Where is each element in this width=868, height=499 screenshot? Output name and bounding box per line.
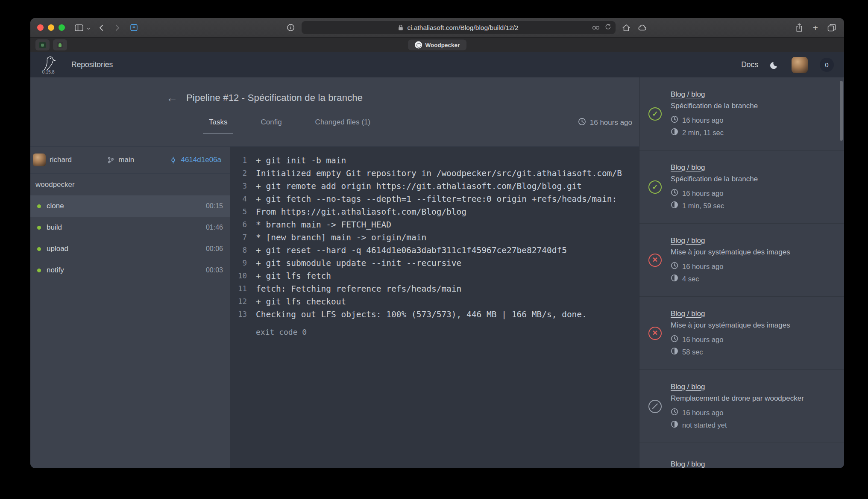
log-line-number: 7 bbox=[230, 233, 247, 242]
zoom-window-button[interactable] bbox=[59, 24, 65, 31]
user-avatar[interactable] bbox=[792, 57, 808, 73]
woodpecker-logo[interactable]: 0.15.8 bbox=[41, 55, 56, 74]
workflow-name: woodpecker bbox=[30, 174, 230, 195]
docs-link[interactable]: Docs bbox=[741, 60, 758, 69]
build-history-sidebar: Blog / blog Spécification de la branche … bbox=[639, 77, 844, 468]
build-repo-link[interactable]: Blog / blog bbox=[671, 460, 705, 468]
log-line-number: 5 bbox=[230, 207, 247, 216]
author: richard bbox=[33, 154, 72, 166]
notification-badge[interactable]: 0 bbox=[820, 58, 834, 72]
timer-icon bbox=[671, 201, 678, 210]
step-duration: 00:06 bbox=[206, 245, 223, 253]
branch: main bbox=[107, 156, 134, 164]
build-entry[interactable]: Blog / blog Mise à jour systématique des… bbox=[639, 224, 844, 297]
pipeline-step[interactable]: build 01:46 bbox=[30, 217, 230, 238]
step-name: upload bbox=[47, 245, 200, 253]
forward-button[interactable] bbox=[112, 22, 123, 34]
log-line-text: * [new branch] main -> origin/main bbox=[247, 233, 426, 242]
log-line: 12 + git lfs checkout bbox=[230, 295, 639, 308]
build-message: Spécification de la branche bbox=[671, 102, 838, 110]
woodpecker-app: 0.15.8 Repositories Docs 0 bbox=[30, 52, 844, 468]
build-message: Mise à jour systématique des images bbox=[671, 248, 838, 257]
build-repo-link[interactable]: Blog / blog bbox=[671, 383, 705, 391]
pinned-tab-1-favicon bbox=[39, 42, 46, 48]
log-line-text: * branch main -> FETCH_HEAD bbox=[247, 220, 391, 230]
browser-window: ci.athaliasoft.com/Blog/blog/build/12/2 bbox=[30, 18, 844, 468]
log-line-text: + git fetch --no-tags --depth=1 --filter… bbox=[247, 194, 617, 204]
log-line: 6 * branch main -> FETCH_HEAD bbox=[230, 218, 639, 231]
active-tab[interactable]: Woodpecker bbox=[408, 40, 467, 50]
log-line-text: Checking out LFS objects: 100% (573/573)… bbox=[247, 310, 587, 319]
step-list: clone 00:15 build 01:46 upload bbox=[30, 195, 230, 281]
build-entry[interactable]: Blog / blog Spécification de la branche … bbox=[639, 151, 844, 224]
pipeline-step[interactable]: clone 00:15 bbox=[30, 195, 230, 217]
home-icon[interactable] bbox=[621, 22, 632, 34]
build-repo-link[interactable]: Blog / blog bbox=[671, 163, 705, 171]
check-icon bbox=[652, 109, 658, 118]
close-window-button[interactable] bbox=[37, 24, 44, 31]
tab-overview-icon[interactable] bbox=[826, 22, 837, 34]
active-tab-title: Woodpecker bbox=[425, 42, 460, 48]
share-icon[interactable] bbox=[794, 22, 805, 34]
app-header: 0.15.8 Repositories Docs 0 bbox=[30, 52, 844, 77]
log-line: 13 Checking out LFS objects: 100% (573/5… bbox=[230, 308, 639, 321]
timer-icon bbox=[671, 128, 678, 137]
build-time: 16 hours ago bbox=[671, 189, 838, 198]
app-version: 0.15.8 bbox=[42, 69, 54, 74]
address-bar-icons bbox=[592, 24, 611, 32]
desktop-background: ci.athaliasoft.com/Blog/blog/build/12/2 bbox=[0, 0, 868, 499]
build-repo-link[interactable]: Blog / blog bbox=[671, 236, 705, 245]
clock-icon bbox=[671, 115, 678, 125]
commit-link[interactable]: 4614d1e06a bbox=[170, 156, 221, 164]
pinned-tab-2-favicon bbox=[57, 42, 63, 48]
address-bar[interactable]: ci.athaliasoft.com/Blog/blog/build/12/2 bbox=[302, 21, 616, 34]
privacy-report-icon[interactable] bbox=[285, 22, 296, 34]
build-entry[interactable]: Blog / blog Mise à jour systématique des… bbox=[639, 297, 844, 370]
cloud-icon[interactable] bbox=[637, 22, 648, 34]
chevron-down-icon[interactable] bbox=[86, 24, 91, 32]
lock-icon bbox=[398, 24, 403, 31]
build-entry[interactable]: Blog / blog Spécification de la branche … bbox=[639, 77, 844, 151]
log-line: 9 + git submodule update --init --recurs… bbox=[230, 257, 639, 269]
build-repo-link[interactable]: Blog / blog bbox=[671, 90, 705, 98]
step-duration: 01:46 bbox=[206, 224, 223, 231]
cross-icon bbox=[652, 328, 657, 338]
log-line: 3 + git remote add origin https://git.at… bbox=[230, 180, 639, 192]
back-arrow-icon[interactable] bbox=[166, 92, 178, 104]
cross-icon bbox=[652, 254, 657, 265]
start-page-icon[interactable] bbox=[128, 22, 139, 34]
build-entry[interactable]: Blog / blog bbox=[639, 443, 844, 468]
log-output: 1 + git init -b main 2 Initialized empty… bbox=[230, 147, 639, 468]
build-status-icon bbox=[648, 327, 662, 340]
clock-icon bbox=[671, 189, 678, 198]
minimize-window-button[interactable] bbox=[48, 24, 54, 31]
build-repo-link[interactable]: Blog / blog bbox=[671, 310, 705, 318]
pipeline-step[interactable]: upload 00:06 bbox=[30, 238, 230, 260]
skipped-slash-icon bbox=[652, 403, 658, 409]
clock-icon bbox=[578, 118, 586, 128]
sidebar-toggle-icon[interactable] bbox=[73, 22, 85, 34]
pipeline-sidebar: richard main bbox=[30, 147, 230, 468]
back-button[interactable] bbox=[96, 22, 107, 34]
log-line-number: 10 bbox=[230, 272, 247, 280]
log-line-number: 4 bbox=[230, 195, 247, 203]
dark-mode-toggle-icon[interactable] bbox=[770, 60, 780, 70]
pinned-tab-2[interactable] bbox=[53, 39, 67, 50]
nav-repositories[interactable]: Repositories bbox=[71, 60, 113, 69]
log-line-text: + git lfs fetch bbox=[247, 271, 331, 281]
pipeline-tab[interactable]: Config bbox=[255, 118, 287, 134]
pipeline-tab[interactable]: Changed files (1) bbox=[309, 118, 376, 134]
website-settings-icon[interactable] bbox=[592, 24, 600, 32]
step-name: clone bbox=[47, 202, 200, 210]
reload-icon[interactable] bbox=[605, 24, 611, 32]
build-message: Mise à jour systématique des images bbox=[671, 321, 838, 330]
pinned-tab-1[interactable] bbox=[35, 39, 50, 50]
new-tab-button[interactable] bbox=[810, 22, 821, 34]
pipeline-tab[interactable]: Tasks bbox=[203, 118, 233, 134]
timer-icon bbox=[671, 420, 678, 430]
pipeline-finished-time: 16 hours ago bbox=[578, 118, 639, 128]
sidebar-scrollbar[interactable] bbox=[840, 81, 843, 141]
pipeline-step[interactable]: notify 00:03 bbox=[30, 260, 230, 281]
build-entry[interactable]: Blog / blog Remplacement de drone par wo… bbox=[639, 370, 844, 443]
build-time: 16 hours ago bbox=[671, 115, 838, 125]
